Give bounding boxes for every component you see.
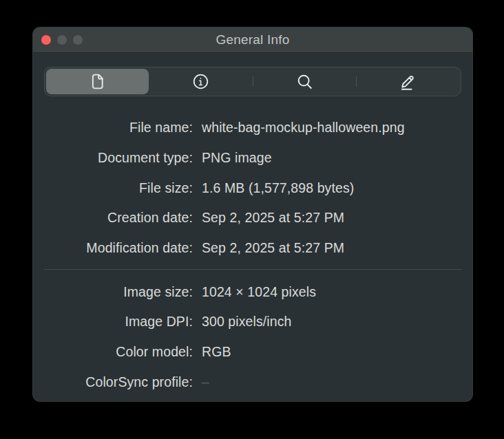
minimize-button[interactable] bbox=[57, 35, 67, 45]
markup-icon bbox=[398, 72, 418, 92]
inspector-toolbar bbox=[44, 67, 461, 96]
field-value: white-bag-mockup-halloween.png bbox=[202, 120, 405, 136]
field-label: ColorSync profile: bbox=[44, 374, 193, 390]
field-label: File size: bbox=[44, 180, 193, 196]
field-colorsync-profile: ColorSync profile: – bbox=[44, 367, 472, 398]
info-fields: File name: white-bag-mockup-halloween.pn… bbox=[33, 113, 472, 397]
section-divider bbox=[44, 269, 461, 270]
tab-search[interactable] bbox=[253, 69, 356, 94]
field-modification-date: Modification date: Sep 2, 2025 at 5:27 P… bbox=[44, 233, 472, 264]
traffic-lights bbox=[41, 28, 83, 52]
tab-general-info[interactable] bbox=[46, 69, 149, 94]
field-creation-date: Creation date: Sep 2, 2025 at 5:27 PM bbox=[44, 203, 472, 233]
field-label: Image DPI: bbox=[44, 314, 193, 330]
close-button[interactable] bbox=[41, 35, 51, 45]
field-value: 1024 × 1024 pixels bbox=[202, 284, 316, 300]
field-value: Sep 2, 2025 at 5:27 PM bbox=[202, 240, 344, 256]
field-label: Image size: bbox=[44, 284, 193, 300]
field-label: File name: bbox=[44, 120, 193, 136]
field-value: Sep 2, 2025 at 5:27 PM bbox=[202, 210, 344, 226]
zoom-button[interactable] bbox=[73, 35, 83, 45]
field-label: Color model: bbox=[44, 344, 193, 360]
field-value: 300 pixels/inch bbox=[202, 314, 292, 330]
field-label: Creation date: bbox=[44, 210, 193, 226]
tab-more-info[interactable] bbox=[149, 69, 252, 94]
field-document-type: Document type: PNG image bbox=[44, 143, 472, 173]
field-file-name: File name: white-bag-mockup-halloween.pn… bbox=[44, 113, 472, 143]
field-label: Document type: bbox=[44, 150, 193, 166]
tab-markup[interactable] bbox=[357, 69, 459, 94]
field-value: – bbox=[202, 374, 209, 390]
field-value: 1.6 MB (1,577,898 bytes) bbox=[202, 180, 354, 196]
field-image-size: Image size: 1024 × 1024 pixels bbox=[44, 277, 472, 307]
general-info-window: General Info bbox=[33, 28, 472, 401]
field-label: Modification date: bbox=[44, 240, 193, 256]
field-value: PNG image bbox=[202, 150, 272, 166]
field-value: RGB bbox=[202, 344, 231, 360]
window-title: General Info bbox=[216, 32, 290, 47]
search-icon bbox=[295, 72, 314, 91]
field-color-model: Color model: RGB bbox=[44, 337, 472, 367]
document-icon bbox=[88, 72, 107, 91]
field-image-dpi: Image DPI: 300 pixels/inch bbox=[44, 307, 472, 337]
inspector-tab-bar bbox=[44, 67, 461, 96]
window-titlebar[interactable]: General Info bbox=[33, 28, 472, 53]
info-icon bbox=[191, 72, 210, 91]
field-file-size: File size: 1.6 MB (1,577,898 bytes) bbox=[44, 173, 472, 203]
